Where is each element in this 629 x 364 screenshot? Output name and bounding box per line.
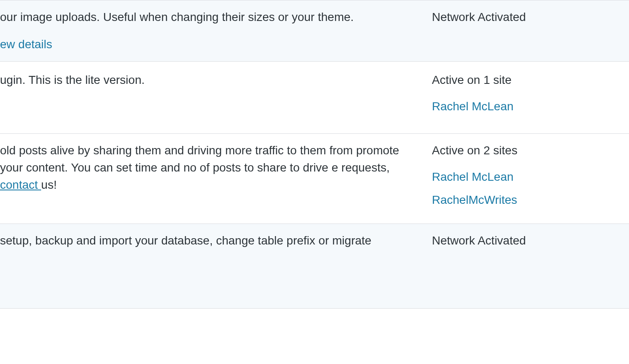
plugin-description-text: old posts alive by sharing them and driv…: [0, 144, 399, 174]
plugin-description-cell: setup, backup and import your database, …: [0, 232, 432, 250]
plugin-description-text-after: us!: [41, 178, 57, 191]
plugin-row: ugin. This is the lite version. Active o…: [0, 62, 629, 134]
view-details-link[interactable]: ew details: [0, 36, 415, 53]
plugin-row: setup, backup and import your database, …: [0, 224, 629, 309]
plugin-description-text: setup, backup and import your database, …: [0, 234, 372, 247]
plugins-table: our image uploads. Useful when changing …: [0, 0, 629, 309]
plugin-row: our image uploads. Useful when changing …: [0, 0, 629, 62]
plugin-status-cell: Active on 2 sites Rachel McLean RachelMc…: [432, 142, 629, 208]
plugin-status-text: Network Activated: [432, 232, 629, 250]
plugin-status-text: Active on 1 site: [432, 72, 629, 89]
site-link[interactable]: Rachel McLean: [432, 169, 629, 186]
plugin-description-text: ugin. This is the lite version.: [0, 73, 145, 86]
plugin-row: old posts alive by sharing them and driv…: [0, 134, 629, 224]
plugin-description-text: our image uploads. Useful when changing …: [0, 10, 354, 23]
site-link[interactable]: Rachel McLean: [432, 98, 629, 115]
plugin-status-cell: Network Activated: [432, 232, 629, 250]
plugin-status-text: Active on 2 sites: [432, 142, 629, 159]
contact-link[interactable]: contact: [0, 178, 41, 191]
plugin-description-cell: our image uploads. Useful when changing …: [0, 9, 432, 53]
plugin-description-cell: old posts alive by sharing them and driv…: [0, 142, 432, 208]
plugin-status-cell: Active on 1 site Rachel McLean: [432, 72, 629, 115]
plugin-description-cell: ugin. This is the lite version.: [0, 72, 432, 115]
site-link[interactable]: RachelMcWrites: [432, 192, 629, 209]
plugin-status-text: Network Activated: [432, 9, 629, 26]
plugin-status-cell: Network Activated: [432, 9, 629, 53]
